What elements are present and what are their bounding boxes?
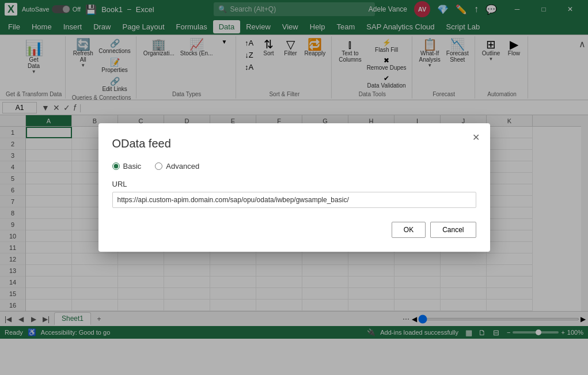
dialog-overlay: ✕ OData feed Basic Advanced URL OK Cance…: [0, 0, 588, 375]
radio-basic-option[interactable]: Basic: [112, 162, 142, 171]
dialog-close-button[interactable]: ✕: [469, 130, 483, 144]
cancel-button[interactable]: Cancel: [430, 222, 476, 238]
dialog-title: OData feed: [112, 137, 476, 150]
dialog-footer: OK Cancel: [112, 222, 476, 238]
cancel-label: Cancel: [442, 226, 464, 234]
radio-advanced-label: Advanced: [166, 162, 199, 171]
url-input[interactable]: [112, 192, 476, 208]
radio-advanced-option[interactable]: Advanced: [155, 162, 199, 171]
radio-advanced-input[interactable]: [155, 162, 162, 170]
ok-button[interactable]: OK: [392, 222, 426, 238]
odata-dialog: ✕ OData feed Basic Advanced URL OK Cance…: [98, 123, 490, 252]
radio-group: Basic Advanced: [112, 162, 476, 171]
url-label: URL: [112, 180, 476, 188]
ok-label: OK: [404, 226, 414, 234]
radio-basic-input[interactable]: [112, 162, 120, 170]
radio-basic-label: Basic: [123, 162, 142, 171]
